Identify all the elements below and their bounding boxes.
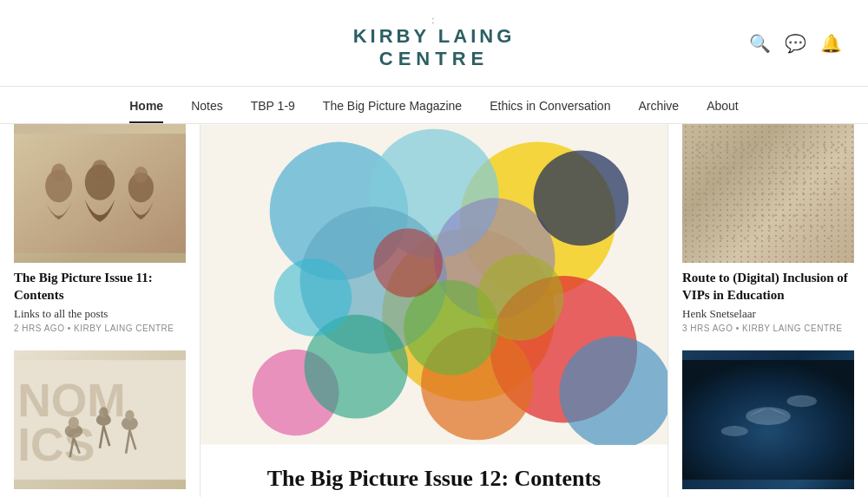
svg-point-95 bbox=[718, 172, 720, 174]
svg-point-130 bbox=[752, 193, 754, 195]
svg-point-181 bbox=[720, 237, 722, 239]
svg-point-66 bbox=[759, 155, 761, 158]
svg-point-180 bbox=[707, 237, 710, 239]
header: : KIRBY LAING CENTRE 🔍 💬 🔔 bbox=[0, 0, 868, 87]
svg-point-52 bbox=[701, 155, 704, 158]
svg-point-111 bbox=[707, 181, 709, 184]
svg-point-40 bbox=[274, 259, 352, 337]
svg-point-44 bbox=[711, 144, 713, 147]
nav-item-archive[interactable]: Archive bbox=[638, 99, 679, 123]
svg-point-183 bbox=[744, 237, 746, 239]
svg-point-90 bbox=[740, 167, 743, 169]
svg-point-69 bbox=[792, 144, 795, 147]
nav-item-notes[interactable]: Notes bbox=[191, 99, 223, 123]
svg-point-107 bbox=[825, 167, 827, 169]
card-digital-inclusion: Route to (Digital) Inclusion of VIPs in … bbox=[682, 124, 854, 333]
card2-image: NOM ICS bbox=[14, 350, 186, 489]
svg-point-158 bbox=[752, 214, 754, 217]
card1-desc: Links to all the posts bbox=[14, 307, 186, 321]
svg-point-195 bbox=[721, 426, 748, 436]
svg-point-189 bbox=[815, 237, 818, 239]
svg-point-49 bbox=[726, 149, 728, 152]
svg-point-170 bbox=[747, 226, 750, 228]
card1-title: The Big Picture Issue 11: Contents bbox=[14, 270, 186, 304]
bell-icon[interactable]: 🔔 bbox=[820, 33, 842, 54]
svg-point-115 bbox=[748, 181, 751, 184]
svg-point-48 bbox=[711, 149, 713, 152]
chat-icon[interactable]: 💬 bbox=[785, 33, 806, 54]
svg-point-143 bbox=[736, 204, 739, 206]
svg-point-110 bbox=[695, 181, 698, 184]
svg-point-101 bbox=[798, 167, 800, 169]
left-col-inner: The Big Picture Issue 11: Contents Links… bbox=[14, 124, 186, 497]
svg-point-126 bbox=[712, 193, 714, 195]
svg-point-62 bbox=[760, 149, 763, 152]
svg-point-148 bbox=[789, 204, 792, 206]
svg-point-147 bbox=[778, 204, 780, 206]
center-image-wrap bbox=[201, 124, 667, 448]
svg-point-36 bbox=[477, 255, 564, 342]
svg-point-72 bbox=[787, 149, 790, 152]
svg-point-127 bbox=[721, 193, 724, 195]
svg-point-59 bbox=[771, 144, 773, 147]
search-icon[interactable]: 🔍 bbox=[749, 33, 771, 54]
svg-point-149 bbox=[799, 204, 801, 206]
svg-point-79 bbox=[823, 144, 825, 147]
svg-point-51 bbox=[695, 155, 698, 158]
nav-item-home[interactable]: Home bbox=[129, 99, 163, 123]
svg-point-187 bbox=[792, 237, 794, 239]
svg-point-193 bbox=[746, 408, 791, 426]
svg-point-114 bbox=[738, 181, 740, 184]
svg-point-43 bbox=[701, 144, 704, 147]
svg-point-87 bbox=[713, 167, 716, 169]
svg-point-67 bbox=[767, 155, 770, 158]
svg-point-135 bbox=[802, 193, 805, 195]
main-nav: Home Notes TBP 1-9 The Big Picture Magaz… bbox=[0, 87, 868, 124]
joy-image bbox=[682, 350, 854, 489]
card1-meta: 2 HRS AGO • KIRBY LAING CENTRE bbox=[14, 324, 186, 333]
nav-item-tbp19[interactable]: TBP 1-9 bbox=[251, 99, 295, 123]
svg-point-176 bbox=[810, 226, 812, 228]
svg-point-120 bbox=[803, 181, 806, 184]
nav-item-ethics[interactable]: Ethics in Conversation bbox=[490, 99, 610, 123]
svg-point-102 bbox=[806, 167, 809, 169]
svg-point-16 bbox=[99, 408, 108, 418]
svg-point-133 bbox=[781, 193, 784, 195]
card-joy-at-dawn: Joy at Dawn Brenda Roussouw bbox=[682, 350, 854, 497]
svg-point-56 bbox=[748, 144, 751, 147]
svg-point-94 bbox=[707, 172, 710, 174]
svg-point-137 bbox=[823, 193, 825, 195]
svg-point-112 bbox=[717, 181, 720, 184]
svg-point-124 bbox=[695, 193, 698, 195]
svg-point-96 bbox=[728, 172, 731, 174]
svg-point-116 bbox=[759, 181, 761, 184]
nav-item-tbp-magazine[interactable]: The Big Picture Magazine bbox=[323, 99, 462, 123]
svg-point-184 bbox=[755, 237, 758, 239]
svg-point-139 bbox=[695, 204, 698, 206]
svg-point-3 bbox=[51, 164, 66, 182]
svg-point-131 bbox=[761, 193, 764, 195]
nav-item-about[interactable]: About bbox=[707, 99, 739, 123]
logo-line2: CENTRE bbox=[353, 48, 516, 70]
svg-point-109 bbox=[842, 167, 845, 169]
svg-point-97 bbox=[739, 172, 741, 174]
svg-point-188 bbox=[803, 237, 806, 239]
card-right1-title: Route to (Digital) Inclusion of VIPs in … bbox=[682, 270, 854, 304]
svg-point-93 bbox=[697, 172, 700, 174]
svg-point-182 bbox=[732, 237, 734, 239]
circles-artwork bbox=[201, 124, 667, 445]
svg-point-82 bbox=[825, 149, 827, 152]
svg-point-168 bbox=[727, 226, 729, 228]
svg-point-104 bbox=[784, 172, 786, 174]
svg-point-118 bbox=[779, 181, 782, 184]
card-right1-author: Henk Snetselaar bbox=[682, 307, 854, 321]
svg-point-75 bbox=[786, 155, 788, 158]
svg-point-76 bbox=[794, 155, 797, 158]
svg-point-160 bbox=[772, 214, 774, 217]
svg-point-178 bbox=[831, 226, 833, 228]
center-title: The Big Picture Issue 12: Contents bbox=[267, 464, 601, 494]
svg-point-171 bbox=[758, 226, 760, 228]
card-right1-meta: 3 HRS AGO • KIRBY LAING CENTRE bbox=[682, 324, 854, 333]
svg-point-83 bbox=[835, 149, 838, 152]
svg-point-145 bbox=[755, 204, 758, 206]
